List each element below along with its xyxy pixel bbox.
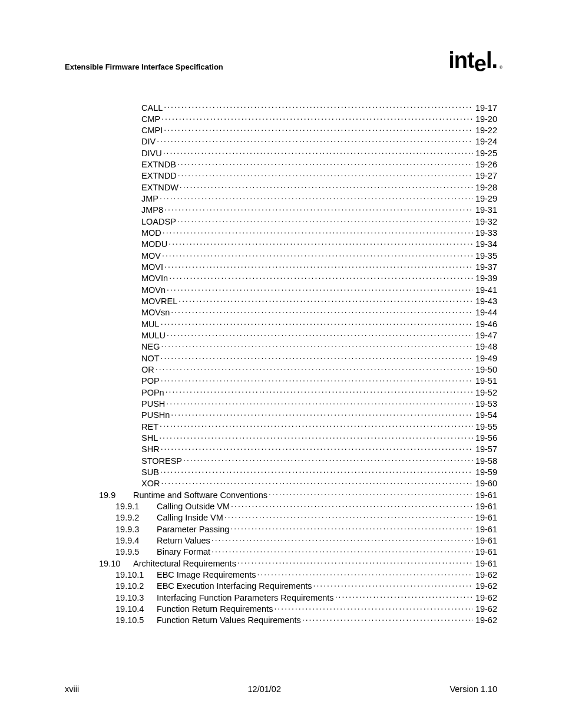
toc-section-number: 19.10.4 bbox=[115, 604, 157, 615]
toc-entry: XOR 19-60 bbox=[65, 478, 497, 489]
toc-entry: MOVsn 19-44 bbox=[65, 307, 497, 318]
toc-leader-dots bbox=[237, 558, 473, 566]
toc-section-number: 19.10.3 bbox=[115, 593, 157, 604]
toc-page-number: 19-60 bbox=[473, 479, 497, 489]
toc-page-number: 19-47 bbox=[473, 331, 497, 341]
toc-leader-dots bbox=[159, 433, 473, 442]
toc-section-number: 19.10.1 bbox=[115, 570, 157, 581]
toc-page-number: 19-24 bbox=[473, 137, 497, 147]
toc-entry: JMP 19-29 bbox=[65, 193, 497, 205]
toc-page-number: 19-20 bbox=[473, 114, 497, 125]
toc-leader-dots bbox=[161, 444, 473, 453]
toc-entry: 19.10.4Function Return Requirements 19-6… bbox=[65, 603, 497, 614]
toc-entry-label: MODU bbox=[141, 239, 168, 250]
toc-entry: 19.9.5Binary Format 19-61 bbox=[65, 546, 497, 558]
intel-logo: intel.® bbox=[448, 48, 497, 73]
toc-leader-dots bbox=[269, 489, 473, 498]
toc-entry-label: MUL bbox=[141, 319, 161, 330]
toc-section-number: 19.9 bbox=[99, 490, 133, 501]
toc-entry-label: MOVIn bbox=[141, 274, 169, 284]
toc-entry: POPn 19-52 bbox=[65, 387, 497, 398]
toc-page-number: 19-61 bbox=[473, 502, 497, 512]
toc-entry: MOD 19-33 bbox=[65, 228, 497, 239]
footer-page-roman: xviii bbox=[65, 684, 79, 694]
toc-entry-label: CALL bbox=[141, 103, 164, 114]
toc-entry: MOVn 19-41 bbox=[65, 284, 497, 295]
toc-entry: LOADSP 19-32 bbox=[65, 216, 497, 227]
toc-entry-label: MOVn bbox=[141, 285, 167, 296]
toc-entry: MOVI 19-37 bbox=[65, 262, 497, 273]
toc-entry-label: STORESP bbox=[141, 456, 183, 467]
toc-leader-dots bbox=[313, 581, 473, 589]
toc-section-number: 19.9.2 bbox=[115, 513, 157, 523]
toc-entry-label: MOVsn bbox=[141, 308, 171, 318]
header-title: Extensible Firmware Interface Specificat… bbox=[65, 62, 223, 71]
toc-entry-label: XOR bbox=[141, 479, 161, 489]
toc-entry-label: Function Return Requirements bbox=[157, 604, 274, 615]
toc-leader-dots bbox=[211, 546, 473, 555]
toc-entry: DIVU 19-25 bbox=[65, 147, 497, 159]
toc-leader-dots bbox=[162, 250, 473, 259]
page-footer: xviii 12/01/02 Version 1.10 bbox=[65, 684, 497, 694]
toc-section-number: 19.10.2 bbox=[115, 581, 157, 592]
toc-entry-label: SHR bbox=[141, 444, 161, 455]
toc-page-number: 19-62 bbox=[473, 604, 497, 615]
toc-entry-label: NEG bbox=[141, 342, 161, 353]
toc-entry: 19.10.1EBC Image Requirements 19-62 bbox=[65, 569, 497, 580]
footer-version: Version 1.10 bbox=[449, 684, 497, 694]
toc-entry: PUSHn 19-54 bbox=[65, 410, 497, 421]
toc-page-number: 19-52 bbox=[473, 388, 497, 398]
toc-entry-label: POP bbox=[141, 376, 161, 387]
toc-entry: EXTNDB 19-26 bbox=[65, 159, 497, 170]
toc-leader-dots bbox=[180, 182, 473, 190]
toc-section-number: 19.10.5 bbox=[115, 615, 157, 626]
toc-entry: 19.9.1Calling Outside VM 19-61 bbox=[65, 500, 497, 512]
toc-entry-label: PUSH bbox=[141, 399, 166, 410]
toc-entry-label: Return Values bbox=[157, 536, 211, 546]
toc-entry-label: Calling Outside VM bbox=[157, 502, 231, 512]
toc-entry: EXTNDW 19-28 bbox=[65, 182, 497, 193]
toc-entry: 19.9.3Parameter Passing 19-61 bbox=[65, 523, 497, 535]
toc-entry: EXTNDD 19-27 bbox=[65, 170, 497, 182]
toc-entry: MOVIn 19-39 bbox=[65, 273, 497, 284]
toc-section-number: 19.9.1 bbox=[115, 502, 157, 512]
toc-page-number: 19-62 bbox=[473, 593, 497, 604]
toc-page-number: 19-44 bbox=[473, 308, 497, 318]
toc-leader-dots bbox=[168, 239, 473, 248]
toc-page-number: 19-61 bbox=[473, 525, 497, 535]
toc-entry: CMPI 19-22 bbox=[65, 125, 497, 136]
toc-page-number: 19-37 bbox=[473, 262, 497, 273]
toc-entry: MOV 19-35 bbox=[65, 250, 497, 261]
toc-entry-label: DIV bbox=[141, 137, 157, 147]
toc-leader-dots bbox=[161, 318, 473, 327]
toc-page-number: 19-54 bbox=[473, 410, 497, 421]
toc-page-number: 19-62 bbox=[473, 570, 497, 581]
toc-page-number: 19-48 bbox=[473, 342, 497, 353]
toc-leader-dots bbox=[164, 125, 473, 134]
document-page: Extensible Firmware Interface Specificat… bbox=[0, 0, 562, 728]
toc-entry: POP 19-51 bbox=[65, 375, 497, 387]
toc-page-number: 19-57 bbox=[473, 444, 497, 455]
toc-entry: 19.10Architectural Requirements 19-61 bbox=[65, 558, 497, 569]
toc-page-number: 19-25 bbox=[473, 149, 497, 159]
toc-leader-dots bbox=[178, 296, 473, 305]
toc-page-number: 19-46 bbox=[473, 319, 497, 330]
toc-leader-dots bbox=[178, 170, 473, 179]
toc-leader-dots bbox=[164, 102, 473, 111]
toc-entry: 19.10.2EBC Execution Interfacing Require… bbox=[65, 581, 497, 592]
toc-entry-label: MOVREL bbox=[141, 297, 178, 307]
toc-page-number: 19-61 bbox=[473, 490, 497, 501]
toc-leader-dots bbox=[169, 273, 473, 282]
toc-leader-dots bbox=[160, 467, 473, 476]
toc-leader-dots bbox=[167, 284, 473, 293]
toc-entry-label: MULU bbox=[141, 331, 167, 341]
toc-page-number: 19-51 bbox=[473, 376, 497, 387]
toc-entry-label: JMP8 bbox=[141, 205, 164, 216]
toc-entry: 19.9Runtime and Software Conventions 19-… bbox=[65, 489, 497, 500]
toc-page-number: 19-53 bbox=[473, 399, 497, 410]
toc-page-number: 19-61 bbox=[473, 513, 497, 523]
toc-entry-label: NOT bbox=[141, 354, 161, 364]
toc-page-number: 19-26 bbox=[473, 160, 497, 170]
toc-section-number: 19.9.4 bbox=[115, 536, 157, 546]
toc-page-number: 19-29 bbox=[473, 194, 497, 205]
